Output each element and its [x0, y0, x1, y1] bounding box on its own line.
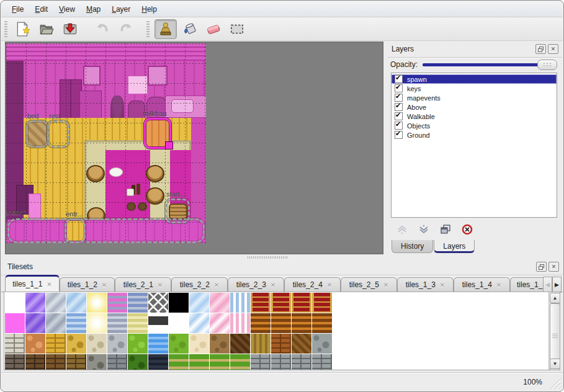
- tileset-tab-tiles_1_1[interactable]: tiles_1_1✕: [5, 275, 60, 292]
- tileset-tile[interactable]: [169, 334, 189, 354]
- tileset-tab-tiles_1_4[interactable]: tiles_1_4✕: [454, 277, 510, 292]
- map-object-bed[interactable]: [26, 120, 48, 148]
- lower-layer-button[interactable]: [417, 223, 431, 236]
- duplicate-layer-button[interactable]: [439, 223, 452, 236]
- tileset-tile[interactable]: [148, 354, 168, 370]
- scroll-down-button[interactable]: ▼: [550, 359, 560, 369]
- layer-row-spawn[interactable]: spawn: [392, 74, 557, 84]
- tileset-tile[interactable]: [5, 313, 25, 333]
- layer-row-objects[interactable]: Objects: [392, 121, 557, 130]
- close-tab-icon[interactable]: ✕: [158, 282, 163, 288]
- tileset-tile[interactable]: [292, 354, 311, 370]
- tileset-tile[interactable]: [292, 334, 311, 354]
- tileset-tile[interactable]: [66, 354, 86, 370]
- layer-row-keys[interactable]: keys: [392, 84, 557, 93]
- tileset-tile[interactable]: [128, 293, 148, 313]
- close-tab-icon[interactable]: ✕: [271, 282, 275, 288]
- close-tab-icon[interactable]: ✕: [327, 282, 332, 288]
- map-content[interactable]: bed rest milkfrau andor:1 entr... start.…: [6, 43, 206, 243]
- tileset-tile[interactable]: [128, 334, 148, 354]
- layer-visibility-checkbox[interactable]: [395, 84, 403, 92]
- tab-history[interactable]: History: [392, 240, 433, 253]
- close-tab-icon[interactable]: ✕: [214, 282, 219, 288]
- tileset-tile[interactable]: [128, 354, 148, 370]
- tileset-view[interactable]: ▲ ▼: [4, 292, 560, 370]
- tileset-tile[interactable]: [312, 293, 332, 313]
- tileset-tile[interactable]: [5, 293, 25, 313]
- tileset-tile[interactable]: [107, 313, 127, 333]
- map-object-entr[interactable]: [65, 218, 86, 243]
- tileset-tile[interactable]: [25, 313, 45, 333]
- tileset-tile[interactable]: [5, 334, 25, 354]
- tileset-tile[interactable]: [107, 354, 127, 370]
- new-map-button[interactable]: [12, 20, 34, 38]
- tileset-tile[interactable]: [66, 293, 86, 313]
- bucket-fill-tool-button[interactable]: [179, 20, 200, 38]
- tileset-tab-tiles_2_2[interactable]: tiles_2_2✕: [171, 277, 228, 292]
- tileset-tile[interactable]: [189, 313, 209, 333]
- tileset-tab-tiles_2_5[interactable]: tiles_2_5✕: [341, 277, 397, 292]
- raise-layer-button[interactable]: [395, 223, 409, 236]
- close-tab-icon[interactable]: ✕: [383, 282, 388, 288]
- map-canvas[interactable]: bed rest milkfrau andor:1 entr... start.…: [5, 42, 383, 254]
- tileset-tile[interactable]: [46, 293, 66, 313]
- tileset-tile[interactable]: [148, 293, 168, 313]
- tileset-tile[interactable]: [46, 354, 66, 370]
- close-panel-button[interactable]: ✕: [548, 262, 559, 272]
- rectangular-select-tool-button[interactable]: [226, 20, 248, 38]
- tileset-tab-tiles_1_2[interactable]: tiles_1_2✕: [60, 277, 115, 292]
- tileset-tile[interactable]: [230, 313, 250, 333]
- layer-visibility-checkbox[interactable]: [395, 103, 403, 111]
- scroll-tabs-left-button[interactable]: ◀: [543, 277, 552, 293]
- redo-button[interactable]: [115, 20, 137, 38]
- tileset-tile[interactable]: [87, 334, 107, 354]
- tileset-tile[interactable]: [312, 313, 332, 333]
- open-map-button[interactable]: [36, 20, 57, 38]
- undo-button[interactable]: [92, 20, 113, 38]
- tileset-tile[interactable]: [251, 354, 271, 370]
- float-panel-button[interactable]: [536, 262, 547, 272]
- menu-map[interactable]: Map: [81, 3, 106, 16]
- resize-grip[interactable]: [550, 378, 561, 389]
- tileset-tile[interactable]: [189, 293, 209, 313]
- map-object-resize-handle[interactable]: [165, 141, 173, 149]
- tab-layers[interactable]: Layers: [434, 240, 475, 253]
- close-tab-icon[interactable]: ✕: [102, 282, 107, 288]
- tileset-tile[interactable]: [292, 293, 311, 313]
- horizontal-splitter[interactable]: [1, 254, 563, 259]
- layer-row-mapevents[interactable]: mapevents: [392, 93, 557, 102]
- layer-visibility-checkbox[interactable]: [395, 94, 403, 102]
- toolbar-handle[interactable]: [4, 21, 7, 37]
- tileset-tiles[interactable]: [5, 293, 332, 370]
- layer-visibility-checkbox[interactable]: [395, 131, 403, 139]
- close-tab-icon[interactable]: ✕: [440, 282, 445, 288]
- tileset-tile[interactable]: [230, 293, 250, 313]
- float-panel-button[interactable]: [535, 44, 546, 54]
- layer-visibility-checkbox[interactable]: [395, 75, 403, 83]
- tileset-tile[interactable]: [251, 293, 271, 313]
- menu-help[interactable]: Help: [136, 3, 163, 16]
- menu-edit[interactable]: Edit: [29, 3, 53, 16]
- tileset-tile[interactable]: [251, 334, 271, 354]
- stamp-brush-tool-button[interactable]: [154, 19, 177, 39]
- layer-visibility-checkbox[interactable]: [395, 122, 403, 130]
- layer-row-above[interactable]: Above: [392, 102, 557, 112]
- tileset-tab-tiles_2_3[interactable]: tiles_2_3✕: [228, 277, 284, 292]
- layer-visibility-checkbox[interactable]: [395, 112, 403, 120]
- tileset-tile[interactable]: [46, 334, 66, 354]
- tileset-tile[interactable]: [210, 334, 230, 354]
- tileset-tile[interactable]: [107, 334, 127, 354]
- tileset-tile[interactable]: [271, 313, 291, 333]
- tileset-tile[interactable]: [46, 313, 66, 333]
- tileset-tile[interactable]: [87, 313, 107, 333]
- tileset-tile[interactable]: [66, 334, 86, 354]
- eraser-tool-button[interactable]: [203, 20, 224, 38]
- tileset-tile[interactable]: [87, 354, 107, 370]
- tileset-tile[interactable]: [210, 293, 230, 313]
- map-object-start[interactable]: [165, 198, 190, 223]
- opacity-slider[interactable]: [423, 60, 557, 69]
- tileset-tile[interactable]: [210, 354, 230, 370]
- tileset-tile[interactable]: [271, 354, 291, 370]
- close-tab-icon[interactable]: ✕: [47, 281, 51, 288]
- tileset-tab-tiles_2_4[interactable]: tiles_2_4✕: [284, 277, 341, 292]
